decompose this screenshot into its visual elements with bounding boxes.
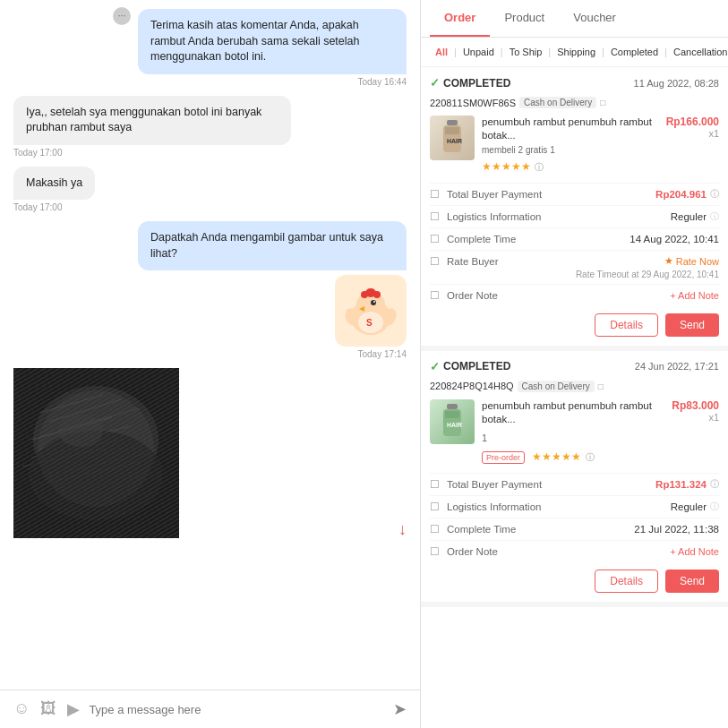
tab-voucher[interactable]: Voucher bbox=[559, 0, 630, 37]
message-time: Today 17:00 bbox=[13, 202, 63, 212]
chicken-sticker-svg: S bbox=[339, 279, 402, 342]
message-time: Today 16:44 bbox=[358, 77, 407, 87]
order-1-status-text: COMPLETED bbox=[443, 77, 510, 90]
product-1-image: HAIR bbox=[430, 116, 475, 160]
svg-line-23 bbox=[40, 462, 139, 484]
rate-now-btn[interactable]: ★ Rate Now bbox=[664, 255, 719, 267]
order-1-note-row: ☐ Order Note + Add Note bbox=[430, 284, 719, 306]
photo-message bbox=[13, 368, 179, 538]
clock-icon-2: ☐ bbox=[430, 523, 442, 535]
add-note-btn[interactable]: + Add Note bbox=[670, 290, 719, 301]
svg-line-19 bbox=[40, 426, 130, 449]
tab-order[interactable]: Order bbox=[430, 0, 490, 37]
product-2-pricing: Rp83.000 x1 bbox=[672, 399, 719, 464]
filter-shipping[interactable]: Shipping bbox=[552, 43, 601, 61]
logistics-value-2: Reguler ⓘ bbox=[671, 501, 719, 513]
logistics-value: Reguler ⓘ bbox=[671, 210, 719, 223]
order-1-rate-row: ☐ Rate Buyer ★ Rate Now Rate Timeout at … bbox=[430, 250, 719, 284]
chat-toolbar: ☺ 🖼 ▶ bbox=[13, 699, 80, 719]
order-1-number: 220811SM0WF86S bbox=[430, 98, 516, 108]
filter-unpaid[interactable]: Unpaid bbox=[458, 43, 500, 61]
logistics-info-icon-2[interactable]: ⓘ bbox=[710, 501, 719, 513]
video-icon[interactable]: ▶ bbox=[67, 699, 80, 719]
total-payment-label-2: ☐ Total Buyer Payment bbox=[430, 478, 542, 491]
order-panel: Order Product Voucher All | Unpaid | To … bbox=[421, 0, 728, 728]
details-button-1[interactable]: Details bbox=[595, 313, 658, 337]
svg-point-4 bbox=[373, 301, 375, 303]
message-input[interactable] bbox=[89, 703, 384, 716]
svg-line-17 bbox=[58, 408, 139, 431]
order-1-payment: Cash on Delivery bbox=[519, 97, 596, 108]
svg-point-14 bbox=[38, 390, 154, 507]
add-note-btn-2[interactable]: + Add Note bbox=[670, 546, 719, 557]
send-button-1[interactable]: Send bbox=[665, 313, 719, 337]
product-2-qty: x1 bbox=[672, 412, 719, 423]
product-2-badges: Pre-order ★★★★★ ⓘ bbox=[482, 448, 664, 464]
svg-rect-26 bbox=[447, 120, 458, 125]
svg-line-21 bbox=[22, 449, 103, 467]
image-icon[interactable]: 🖼 bbox=[40, 699, 56, 719]
product-1-pricing: Rp166.000 x1 bbox=[666, 116, 719, 174]
message-bubble: Dapatkah Anda mengambil gambar untuk say… bbox=[138, 221, 407, 270]
send-button-2[interactable]: Send bbox=[665, 570, 719, 593]
message-group-2: Iya,, setelah sya menggunakan botol ini … bbox=[13, 96, 407, 158]
message-group-4: Dapatkah Anda mengambil gambar untuk say… bbox=[13, 221, 407, 359]
order-1-logistics-row: ☐ Logistics Information Reguler ⓘ bbox=[430, 205, 719, 227]
filter-completed[interactable]: Completed bbox=[605, 43, 664, 61]
product-1-info: penumbuh rambut penumbuh rambut botak...… bbox=[482, 116, 659, 174]
clock-icon: ☐ bbox=[430, 233, 442, 245]
product-1-thumbnail: HAIR bbox=[430, 116, 475, 160]
copy-icon[interactable]: □ bbox=[600, 98, 605, 107]
order-2-id-row: 220824P8Q14H8Q Cash on Delivery □ bbox=[430, 381, 719, 392]
order-1-product: HAIR penumbuh rambut penumbuh rambut bot… bbox=[430, 116, 719, 174]
logistics-info-icon[interactable]: ⓘ bbox=[710, 210, 719, 223]
orders-list: ✓ COMPLETED 11 Aug 2022, 08:28 220811SM0… bbox=[421, 67, 728, 728]
message-group-1: ··· Terima kasih atas komentar Anda, apa… bbox=[13, 9, 407, 87]
payment-icon: ☐ bbox=[430, 188, 442, 201]
message-time: Today 17:00 bbox=[13, 148, 63, 158]
order-1-id-row: 220811SM0WF86S Cash on Delivery □ bbox=[430, 97, 719, 108]
total-payment-label: ☐ Total Buyer Payment bbox=[430, 188, 542, 201]
total-payment-value: Rp204.961 ⓘ bbox=[655, 188, 719, 201]
filter-cancellation[interactable]: Cancellation bbox=[668, 43, 728, 61]
order-2-complete-row: ☐ Complete Time 21 Jul 2022, 11:38 bbox=[430, 518, 719, 540]
svg-rect-32 bbox=[445, 411, 459, 418]
rate-buyer-label: ☐ Rate Buyer bbox=[430, 255, 499, 268]
svg-rect-12 bbox=[13, 368, 179, 538]
svg-line-22 bbox=[49, 453, 148, 475]
order-2-header: ✓ COMPLETED 24 Jun 2022, 17:21 bbox=[430, 360, 719, 373]
order-note-label-2: ☐ Order Note bbox=[430, 545, 498, 558]
logistics-label: ☐ Logistics Information bbox=[430, 210, 541, 223]
chat-input-area: ☺ 🖼 ▶ ➤ bbox=[0, 689, 420, 728]
product-2-thumbnail: HAIR bbox=[430, 399, 475, 444]
message-group-5: ↓ bbox=[13, 368, 407, 539]
download-icon[interactable]: ↓ bbox=[398, 520, 407, 539]
rate-buyer-top: ☐ Rate Buyer ★ Rate Now bbox=[430, 255, 719, 268]
check-icon: ✓ bbox=[430, 76, 440, 90]
order-1-actions: Details Send bbox=[430, 313, 719, 337]
order-filter-row: All | Unpaid | To Ship | Shipping | Comp… bbox=[421, 38, 728, 67]
svg-line-15 bbox=[40, 395, 103, 413]
order-2-status-text: COMPLETED bbox=[443, 360, 510, 373]
product-2-price: Rp83.000 bbox=[672, 399, 719, 412]
info-icon-2[interactable]: ⓘ bbox=[710, 478, 719, 491]
send-message-icon[interactable]: ➤ bbox=[393, 699, 407, 719]
svg-text:HAIR: HAIR bbox=[447, 422, 462, 428]
order-1-complete-row: ☐ Complete Time 14 Aug 2022, 10:41 bbox=[430, 227, 719, 250]
copy-icon-2[interactable]: □ bbox=[598, 381, 604, 391]
info-icon[interactable]: ⓘ bbox=[710, 188, 719, 201]
logistics-label-2: ☐ Logistics Information bbox=[430, 501, 541, 513]
message-bubble: ··· Terima kasih atas komentar Anda, apa… bbox=[138, 9, 407, 74]
complete-time-value: 14 Aug 2022, 10:41 bbox=[630, 234, 719, 244]
order-tabs: Order Product Voucher bbox=[421, 0, 728, 38]
details-button-2[interactable]: Details bbox=[595, 570, 658, 593]
product-2-image: HAIR bbox=[430, 399, 475, 444]
order-2-payment: Cash on Delivery bbox=[518, 381, 595, 392]
emoji-icon[interactable]: ☺ bbox=[13, 699, 30, 719]
order-2-note-row: ☐ Order Note + Add Note bbox=[430, 540, 719, 562]
tab-product[interactable]: Product bbox=[490, 0, 559, 37]
order-1-total-row: ☐ Total Buyer Payment Rp204.961 ⓘ bbox=[430, 183, 719, 205]
order-note-label: ☐ Order Note bbox=[430, 289, 498, 302]
filter-toship[interactable]: To Ship bbox=[504, 43, 548, 61]
filter-all[interactable]: All bbox=[430, 43, 453, 61]
